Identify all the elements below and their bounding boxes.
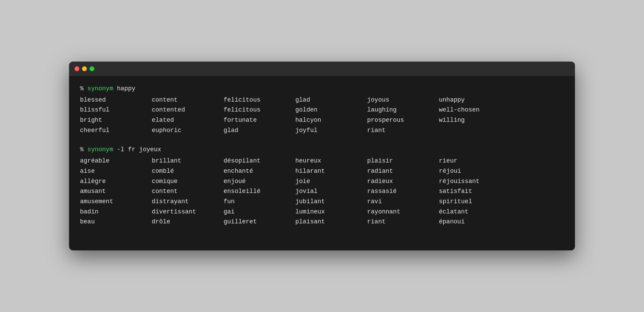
word-cell: distrayant bbox=[152, 197, 220, 207]
word-cell: joyful bbox=[295, 126, 364, 136]
word-cell: well-chosen bbox=[439, 105, 507, 115]
word-cell: rassasié bbox=[367, 186, 435, 197]
word-cell: aise bbox=[80, 166, 148, 177]
word-cell: radiant bbox=[367, 166, 435, 177]
word-cell: radieux bbox=[367, 177, 435, 187]
grid-col-1-6: unhappy well-chosen willing bbox=[439, 95, 507, 136]
word-grid-1: blessed blissful bright cheerful content… bbox=[80, 95, 564, 136]
word-cell: bright bbox=[80, 115, 148, 126]
desktop: % synonym happy blessed blissful bright … bbox=[0, 0, 644, 312]
word-cell: réjouissant bbox=[439, 177, 507, 187]
word-cell: riant bbox=[367, 126, 435, 136]
word-cell: lumineux bbox=[295, 207, 364, 217]
word-cell: joie bbox=[295, 177, 364, 187]
word-cell: unhappy bbox=[439, 95, 507, 105]
maximize-button[interactable] bbox=[90, 66, 94, 71]
word-cell: ensoleillé bbox=[224, 186, 292, 197]
word-cell: rieur bbox=[439, 156, 507, 166]
grid-col-1-5: joyous laughing prosperous riant bbox=[367, 95, 435, 136]
word-cell: drôle bbox=[152, 217, 220, 227]
word-cell: brillant bbox=[152, 156, 220, 166]
word-cell: content bbox=[152, 95, 220, 105]
minimize-button[interactable] bbox=[82, 66, 87, 71]
terminal-window: % synonym happy blessed blissful bright … bbox=[69, 62, 575, 250]
word-cell: ravi bbox=[367, 197, 435, 207]
word-cell: comique bbox=[152, 177, 220, 187]
word-cell: épanoui bbox=[439, 217, 507, 227]
word-cell: jovial bbox=[295, 186, 364, 197]
grid-col-2-6: rieur réjoui réjouissant satisfait spiri… bbox=[439, 156, 507, 227]
word-cell: enjoué bbox=[224, 177, 292, 187]
grid-col-1-2: content contented elated euphoric bbox=[152, 95, 220, 136]
grid-col-2-4: heureux hilarant joie jovial jubilant lu… bbox=[295, 156, 364, 227]
word-cell: spirituel bbox=[439, 197, 507, 207]
title-bar bbox=[69, 62, 575, 76]
word-cell: satisfait bbox=[439, 186, 507, 197]
close-button[interactable] bbox=[75, 66, 79, 71]
word-cell: euphoric bbox=[152, 126, 220, 136]
word-cell: réjoui bbox=[439, 166, 507, 177]
word-cell: désopilant bbox=[224, 156, 292, 166]
word-cell: cheerful bbox=[80, 126, 148, 136]
word-cell: badin bbox=[80, 207, 148, 217]
word-cell: elated bbox=[152, 115, 220, 126]
command-keyword-1: synonym bbox=[88, 85, 113, 92]
word-cell: jubilant bbox=[295, 197, 364, 207]
section1: % synonym happy blessed blissful bright … bbox=[80, 84, 564, 136]
word-cell: fun bbox=[224, 197, 292, 207]
word-cell: blissful bbox=[80, 105, 148, 115]
grid-col-2-1: agréable aise allègre amusant amusement … bbox=[80, 156, 148, 227]
grid-col-1-3: felicitous felicitous fortunate glad bbox=[224, 95, 292, 136]
prompt-symbol-2: % bbox=[80, 146, 88, 153]
word-cell: willing bbox=[439, 115, 507, 126]
prompt-line-2: % synonym -l fr joyeux bbox=[80, 145, 564, 155]
word-cell: agréable bbox=[80, 156, 148, 166]
word-cell: golden bbox=[295, 105, 364, 115]
command-args-2: -l fr joyeux bbox=[113, 146, 161, 153]
word-cell: amusement bbox=[80, 197, 148, 207]
word-cell: plaisir bbox=[367, 156, 435, 166]
word-cell: beau bbox=[80, 217, 148, 227]
word-cell: riant bbox=[367, 217, 435, 227]
word-cell: joyous bbox=[367, 95, 435, 105]
word-cell: prosperous bbox=[367, 115, 435, 126]
word-cell: allègre bbox=[80, 177, 148, 187]
prompt-symbol-1: % bbox=[80, 85, 88, 92]
word-cell: enchanté bbox=[224, 166, 292, 177]
command-keyword-2: synonym bbox=[88, 146, 113, 153]
word-cell: felicitous bbox=[224, 95, 292, 105]
word-cell: plaisant bbox=[295, 217, 364, 227]
word-cell: contented bbox=[152, 105, 220, 115]
word-cell: divertissant bbox=[152, 207, 220, 217]
word-cell: heureux bbox=[295, 156, 364, 166]
grid-col-2-3: désopilant enchanté enjoué ensoleillé fu… bbox=[224, 156, 292, 227]
section2: % synonym -l fr joyeux agréable aise all… bbox=[80, 145, 564, 227]
word-cell: guilleret bbox=[224, 217, 292, 227]
word-cell: rayonnant bbox=[367, 207, 435, 217]
word-cell: comblé bbox=[152, 166, 220, 177]
word-cell: gai bbox=[224, 207, 292, 217]
word-grid-2: agréable aise allègre amusant amusement … bbox=[80, 156, 564, 227]
word-cell: amusant bbox=[80, 186, 148, 197]
grid-col-2-2: brillant comblé comique content distraya… bbox=[152, 156, 220, 227]
command-args-1: happy bbox=[113, 85, 135, 92]
word-cell: blessed bbox=[80, 95, 148, 105]
word-cell: felicitous bbox=[224, 105, 292, 115]
word-cell: glad bbox=[295, 95, 364, 105]
word-cell: halcyon bbox=[295, 115, 364, 126]
word-cell: glad bbox=[224, 126, 292, 136]
word-cell: laughing bbox=[367, 105, 435, 115]
word-cell: fortunate bbox=[224, 115, 292, 126]
grid-col-2-5: plaisir radiant radieux rassasié ravi ra… bbox=[367, 156, 435, 227]
word-cell: hilarant bbox=[295, 166, 364, 177]
prompt-line-1: % synonym happy bbox=[80, 84, 564, 94]
grid-col-1-4: glad golden halcyon joyful bbox=[295, 95, 364, 136]
word-cell: éclatant bbox=[439, 207, 507, 217]
grid-col-1-1: blessed blissful bright cheerful bbox=[80, 95, 148, 136]
word-cell: content bbox=[152, 186, 220, 197]
terminal-body: % synonym happy blessed blissful bright … bbox=[69, 76, 575, 250]
